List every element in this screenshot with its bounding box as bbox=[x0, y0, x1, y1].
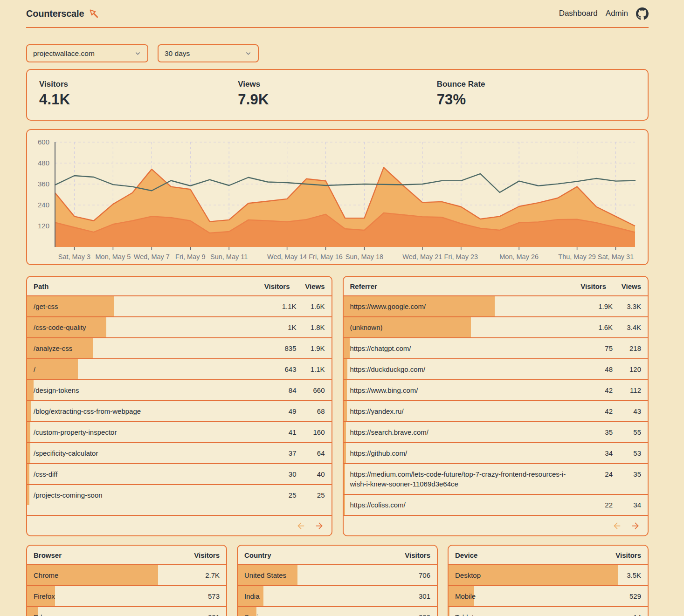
nav-admin[interactable]: Admin bbox=[606, 9, 628, 18]
row-label: /get-css bbox=[27, 296, 255, 316]
next-page-button[interactable] bbox=[314, 521, 324, 531]
row-label: Chrome bbox=[27, 565, 191, 585]
svg-text:Mon, May 26: Mon, May 26 bbox=[499, 253, 539, 260]
stat-label: Bounce Rate bbox=[437, 80, 636, 89]
stat-value: 4.1K bbox=[39, 91, 238, 108]
svg-text:Wed, May 21: Wed, May 21 bbox=[402, 253, 442, 260]
row-visitors: 231 bbox=[191, 607, 226, 616]
logo[interactable]: Counterscale bbox=[26, 8, 99, 19]
row-label: /css-diff bbox=[27, 464, 255, 484]
table-row[interactable]: /blog/extracting-css-from-webpage4968 bbox=[27, 400, 332, 421]
row-visitors: 42 bbox=[571, 380, 613, 400]
table-row[interactable]: https://yandex.ru/4243 bbox=[344, 400, 648, 421]
row-visitors: 3.5K bbox=[613, 565, 648, 585]
table-row[interactable]: Spain220 bbox=[238, 606, 437, 616]
table-row[interactable]: /specificity-calculator3764 bbox=[27, 442, 332, 463]
row-views: 1.8K bbox=[297, 317, 332, 337]
table-row[interactable]: https://www.google.com/1.9K3.3K bbox=[344, 295, 648, 316]
device-tables: Browser Visitors Chrome2.7K Firefox573 E… bbox=[26, 545, 649, 616]
row-visitors: 301 bbox=[402, 586, 437, 606]
svg-text:Sat, May 31: Sat, May 31 bbox=[598, 253, 634, 260]
table-row[interactable]: Mobile529 bbox=[449, 585, 648, 606]
country-table: Country Visitors United States706 India3… bbox=[237, 545, 438, 616]
col-visitors: Visitors bbox=[388, 551, 430, 559]
table-row[interactable]: /get-css1.1K1.6K bbox=[27, 295, 332, 316]
table-row[interactable]: /6431.1K bbox=[27, 358, 332, 379]
table-row[interactable]: Desktop3.5K bbox=[449, 564, 648, 585]
table-row[interactable]: Tablet14 bbox=[449, 606, 648, 616]
table-row[interactable]: (unknown)1.6K3.4K bbox=[344, 316, 648, 337]
row-views: 25 bbox=[297, 485, 332, 505]
row-visitors: 49 bbox=[255, 401, 297, 421]
row-views: 40 bbox=[297, 464, 332, 484]
row-views: 35 bbox=[613, 464, 648, 484]
row-label: /custom-property-inspector bbox=[27, 422, 255, 442]
row-label: https://yandex.ru/ bbox=[344, 401, 571, 421]
header-nav: Dashboard Admin bbox=[559, 7, 649, 20]
table-row[interactable]: /projects-coming-soon2525 bbox=[27, 484, 332, 505]
prev-page-button[interactable] bbox=[612, 521, 622, 531]
row-visitors: 42 bbox=[571, 401, 613, 421]
svg-text:Thu, May 29: Thu, May 29 bbox=[558, 253, 596, 260]
row-views: 1.6K bbox=[297, 296, 332, 316]
breakdown-tables: Path Visitors Views /get-css1.1K1.6K /cs… bbox=[26, 276, 649, 536]
row-label: Firefox bbox=[27, 586, 191, 606]
device-table: Device Visitors Desktop3.5K Mobile529 Ta… bbox=[448, 545, 649, 616]
table-row[interactable]: https://coliss.com/2234 bbox=[344, 494, 648, 515]
row-visitors: 643 bbox=[255, 359, 297, 379]
nav-dashboard[interactable]: Dashboard bbox=[559, 9, 598, 18]
stat-views: Views 7.9K bbox=[238, 80, 436, 108]
table-row[interactable]: https://medium.com/lets-code-future/top-… bbox=[344, 463, 648, 494]
row-label: /specificity-calculator bbox=[27, 443, 255, 463]
prev-page-button[interactable] bbox=[296, 521, 306, 531]
table-row[interactable]: https://search.brave.com/3555 bbox=[344, 421, 648, 442]
row-label: https://www.google.com/ bbox=[344, 296, 571, 316]
table-row[interactable]: Edge231 bbox=[27, 606, 226, 616]
next-page-button[interactable] bbox=[630, 521, 640, 531]
svg-text:600: 600 bbox=[38, 138, 49, 146]
row-label: (unknown) bbox=[344, 317, 571, 337]
table-row[interactable]: https://duckduckgo.com/48120 bbox=[344, 358, 648, 379]
page-container: Counterscale Dashboard Admin projectwall… bbox=[26, 0, 649, 616]
col-views: Views bbox=[290, 282, 325, 290]
site-select-value: projectwallace.com bbox=[33, 49, 95, 58]
svg-text:Mon, May 5: Mon, May 5 bbox=[96, 253, 131, 260]
table-header: Device Visitors bbox=[449, 546, 648, 564]
row-label: https://search.brave.com/ bbox=[344, 422, 571, 442]
row-label: India bbox=[238, 586, 402, 606]
row-views: 53 bbox=[613, 443, 648, 463]
row-label: Edge bbox=[27, 607, 191, 616]
table-row[interactable]: /custom-property-inspector41160 bbox=[27, 421, 332, 442]
table-row[interactable]: United States706 bbox=[238, 564, 437, 585]
row-visitors: 75 bbox=[571, 338, 613, 358]
table-row[interactable]: Firefox573 bbox=[27, 585, 226, 606]
row-views: 218 bbox=[613, 338, 648, 358]
table-row[interactable]: /analyze-css8351.9K bbox=[27, 337, 332, 358]
table-row[interactable]: https://github.com/3453 bbox=[344, 442, 648, 463]
svg-text:Wed, May 7: Wed, May 7 bbox=[134, 253, 170, 260]
table-row[interactable]: /css-diff3040 bbox=[27, 463, 332, 484]
site-select[interactable]: projectwallace.com bbox=[26, 44, 148, 62]
table-row[interactable]: /css-code-quality1K1.8K bbox=[27, 316, 332, 337]
table-row[interactable]: /design-tokens84660 bbox=[27, 379, 332, 400]
referrer-table: Referrer Visitors Views https://www.goog… bbox=[343, 276, 649, 536]
cursor-arrow-icon bbox=[88, 8, 99, 19]
row-visitors: 706 bbox=[402, 565, 437, 585]
date-range-select[interactable]: 30 days bbox=[158, 44, 259, 62]
row-visitors: 2.7K bbox=[191, 565, 226, 585]
row-visitors: 30 bbox=[255, 464, 297, 484]
row-label: https://medium.com/lets-code-future/top-… bbox=[344, 464, 571, 494]
table-row[interactable]: https://www.bing.com/42112 bbox=[344, 379, 648, 400]
browser-table: Browser Visitors Chrome2.7K Firefox573 E… bbox=[26, 545, 227, 616]
table-row[interactable]: Chrome2.7K bbox=[27, 564, 226, 585]
svg-text:Fri, May 23: Fri, May 23 bbox=[444, 253, 478, 260]
row-views: 43 bbox=[613, 401, 648, 421]
stat-value: 73% bbox=[437, 91, 636, 108]
github-link[interactable] bbox=[636, 7, 649, 20]
row-label: https://coliss.com/ bbox=[344, 495, 571, 515]
table-row[interactable]: India301 bbox=[238, 585, 437, 606]
row-visitors: 37 bbox=[255, 443, 297, 463]
table-row[interactable]: https://chatgpt.com/75218 bbox=[344, 337, 648, 358]
row-label: Spain bbox=[238, 607, 402, 616]
row-views: 34 bbox=[613, 495, 648, 515]
